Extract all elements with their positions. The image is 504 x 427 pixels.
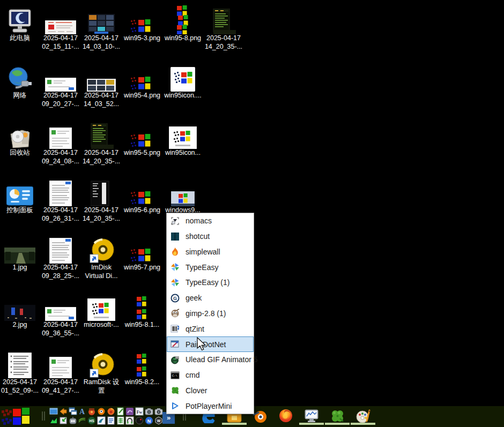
thumb-win-blue-icon xyxy=(159,177,207,206)
running-indicator xyxy=(222,423,247,425)
running-indicator xyxy=(325,423,350,425)
quick-launch-writer-icon[interactable] xyxy=(107,416,115,425)
quick-launch-w-hex-icon[interactable]: W xyxy=(154,416,163,425)
desktop-icon-label: Virtual Di... xyxy=(77,272,125,281)
taskbar-app-firefox[interactable] xyxy=(278,408,294,424)
ulead-icon xyxy=(171,355,180,364)
cmd-icon: C:\ xyxy=(171,371,180,380)
jumplist-item-typeeasy-1-[interactable]: TypeEasy (1) xyxy=(167,275,254,290)
quick-launch-headset-icon[interactable] xyxy=(125,416,134,425)
taskbar-app-clover[interactable] xyxy=(329,408,345,424)
taskbar-app-sysmon[interactable] xyxy=(303,408,320,424)
jumplist-item-label: qtZint xyxy=(186,325,204,333)
taskbar-app-paint[interactable] xyxy=(355,408,371,424)
jumplist-item-qtzint[interactable]: qtZint xyxy=(167,321,254,336)
jumplist-item-label: gimp-2.8 (1) xyxy=(186,309,226,318)
jumplist-item-ulead-gif-animator-5[interactable]: Ulead GIF Animator 5 xyxy=(167,352,254,368)
desktop-icon-label: 2025-04-17 xyxy=(199,34,248,43)
flag-small-icon xyxy=(118,235,166,264)
paintdotnet-icon xyxy=(171,340,180,349)
quick-launch-sphere-icon[interactable] xyxy=(135,416,144,425)
quick-launch-fw-icon[interactable]: Fw xyxy=(135,407,144,416)
quick-launch-letter-a-icon[interactable]: A xyxy=(78,407,86,416)
desktop-icon-label: 14_03_10-... xyxy=(77,43,125,51)
quick-launch-blender-mini-icon[interactable] xyxy=(97,407,106,416)
jumplist-item-shotcut[interactable]: shotcut xyxy=(167,229,254,244)
jumplist-item-label: nomacs xyxy=(186,216,212,225)
gimp-icon xyxy=(171,309,180,318)
jumplist-item-label: TypeEasy xyxy=(186,263,218,272)
flag-stack2-icon xyxy=(118,349,166,378)
quick-launch-calc-icon[interactable] xyxy=(116,416,125,425)
desktop-icon-file-14-20-35-a[interactable]: 2025-04-1714_20_35-... xyxy=(199,5,248,51)
typeeasy-icon xyxy=(171,278,180,287)
jumplist-item-typeeasy[interactable]: TypeEasy xyxy=(167,259,254,275)
typeeasy-icon xyxy=(171,263,180,272)
quick-launch-cascade-icon[interactable] xyxy=(69,407,77,416)
running-indicator xyxy=(351,423,375,425)
quick-launch-cam2-icon[interactable] xyxy=(154,407,163,416)
quick-launch-terrain-icon[interactable] xyxy=(78,416,86,425)
geek-icon: G xyxy=(171,294,180,303)
potplayer-icon xyxy=(171,401,180,410)
jumplist-item-gimp-2-8-1-[interactable]: gimp-2.8 (1) xyxy=(167,306,254,321)
desktop-icon-label: 14_03_52... xyxy=(77,100,125,109)
svg-text:C:\: C:\ xyxy=(172,374,177,378)
terminal-tall-icon xyxy=(199,5,248,34)
qtzint-icon xyxy=(171,324,180,333)
desktop-icon-windows9[interactable]: windows9... xyxy=(159,177,207,215)
desktop-icon-win95-7[interactable]: win95-7.png xyxy=(118,235,166,272)
jumplist-item-label: cmd xyxy=(186,371,199,379)
jumplist-item-nomacs[interactable]: nomacs xyxy=(167,213,254,229)
jumplist-item-cmd[interactable]: C:\cmd xyxy=(167,368,254,383)
quick-launch-dolphin-icon[interactable] xyxy=(97,416,106,425)
quick-launch-notepadpp-icon[interactable] xyxy=(116,407,125,416)
quick-launch-save-green-icon[interactable] xyxy=(59,416,68,425)
desktop-icon-win95icon-1[interactable]: win95icon.... xyxy=(159,63,207,100)
clover-icon xyxy=(171,386,180,395)
jumplist-item-label: Ulead GIF Animator 5 xyxy=(186,355,258,364)
start-button[interactable] xyxy=(1,407,34,427)
quick-launch-cam1-icon[interactable] xyxy=(145,407,153,416)
desktop-icon-label: 14_20_35-... xyxy=(77,158,125,166)
desktop-icon-label: 14_20_35-... xyxy=(199,43,248,51)
desktop-icon-win95-8-1[interactable]: win95-8.1... xyxy=(118,292,166,329)
desktop-icon-win95-8-2[interactable]: win95-8.2... xyxy=(118,349,166,387)
desktop-icon-win95icon-2[interactable]: win95icon... xyxy=(159,120,207,158)
jumplist-item-potplayermini[interactable]: PotPlayerMini xyxy=(167,398,254,414)
running-indicator xyxy=(299,423,324,425)
mouse-cursor xyxy=(196,337,208,351)
jumplist-item-simplewall[interactable]: simplewall xyxy=(167,244,254,260)
svg-text:W: W xyxy=(157,419,160,423)
quick-launch-server-orange-icon[interactable] xyxy=(87,407,96,416)
jumplist-item-label: shotcut xyxy=(186,232,210,241)
taskbar-separator xyxy=(42,411,43,421)
svg-text:A: A xyxy=(79,408,85,416)
jumplist-item-label: PotPlayerMini xyxy=(186,402,232,410)
svg-text:G: G xyxy=(173,296,177,301)
desktop-icon-label: win95-7.png xyxy=(118,264,166,272)
taskbar-app-blender[interactable] xyxy=(252,408,268,424)
quick-launch-robot-icon[interactable] xyxy=(69,416,77,425)
nomacs-icon xyxy=(171,216,180,226)
simplewall-icon xyxy=(171,247,180,256)
svg-text:HS: HS xyxy=(90,419,95,423)
svg-text:Fw: Fw xyxy=(137,410,143,415)
jump-list-menu: nomacsshotcutsimplewallTypeEasyTypeEasy … xyxy=(166,213,254,414)
quick-launch-firefox-mini-icon[interactable] xyxy=(107,407,115,416)
flag-stack2-icon xyxy=(118,292,166,321)
jumplist-item-clover[interactable]: Clover xyxy=(167,383,254,398)
quick-launch-send-orange-icon[interactable] xyxy=(59,407,68,416)
quick-launch-n-circle-icon[interactable]: N xyxy=(145,416,153,425)
quick-launch-hs-icon[interactable]: HS xyxy=(87,416,96,425)
quick-launch-purple-app-icon[interactable] xyxy=(125,407,134,416)
jumplist-item-geek[interactable]: Ggeek xyxy=(167,290,254,306)
quick-launch-green-chart-icon[interactable] xyxy=(49,416,58,425)
win95-white-icon xyxy=(159,120,207,149)
jumplist-item-paintdotnet[interactable]: PaintDotNet xyxy=(167,336,254,352)
jumplist-item-label: Clover xyxy=(186,386,207,395)
jumplist-item-label: TypeEasy (1) xyxy=(186,278,229,287)
jumplist-item-label: simplewall xyxy=(186,248,220,256)
desktop-icon-label: win95icon... xyxy=(159,149,207,158)
quick-launch-show-desktop-icon[interactable] xyxy=(49,407,58,416)
